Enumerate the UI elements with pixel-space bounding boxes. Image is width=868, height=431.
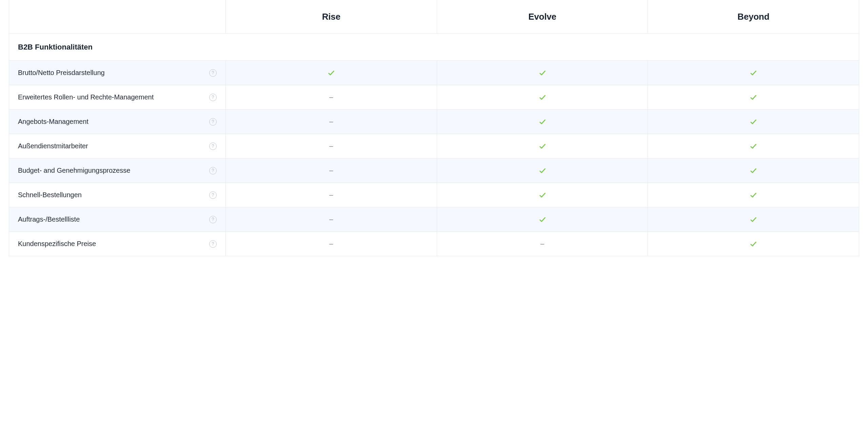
dash-icon: –	[540, 240, 544, 248]
plan-cell: –	[225, 183, 437, 207]
feature-cell: Kundenspezifische Preise?	[9, 232, 225, 256]
plan-cell: –	[225, 232, 437, 256]
help-icon[interactable]: ?	[209, 69, 217, 77]
check-icon	[539, 69, 546, 77]
help-icon[interactable]: ?	[209, 167, 217, 174]
plan-cell	[648, 134, 859, 158]
plan-cell: –	[225, 207, 437, 231]
plan-cell	[437, 61, 648, 85]
plan-cell	[437, 110, 648, 134]
plan-cell	[437, 158, 648, 183]
plan-cell	[648, 158, 859, 183]
plan-cell	[437, 207, 648, 231]
table-row: Außendienstmitarbeiter?–	[9, 134, 859, 158]
check-icon	[750, 240, 757, 248]
check-icon	[539, 118, 546, 126]
plan-cell: –	[225, 110, 437, 134]
plan-cell	[648, 232, 859, 256]
feature-label: Schnell-Bestellungen	[18, 191, 82, 199]
feature-cell: Auftrags-/Bestellliste?	[9, 207, 225, 231]
help-icon[interactable]: ?	[209, 118, 217, 126]
plan-header-beyond: Beyond	[648, 0, 859, 33]
check-icon	[750, 143, 757, 150]
feature-comparison-table: Rise Evolve Beyond B2B Funktionalitäten …	[9, 0, 859, 256]
plan-cell: –	[225, 134, 437, 158]
plan-cell	[437, 134, 648, 158]
feature-cell: Erweitertes Rollen- und Rechte-Managemen…	[9, 85, 225, 109]
dash-icon: –	[329, 191, 333, 199]
plan-cell: –	[225, 85, 437, 109]
plan-cell	[648, 183, 859, 207]
check-icon	[750, 69, 757, 77]
feature-label: Brutto/Netto Preisdarstellung	[18, 69, 105, 77]
feature-cell: Außendienstmitarbeiter?	[9, 134, 225, 158]
section-title: B2B Funktionalitäten	[18, 43, 93, 52]
plan-cell	[648, 207, 859, 231]
plan-cell	[437, 85, 648, 109]
table-row: Budget- and Genehmigungsprozesse?–	[9, 158, 859, 183]
help-icon[interactable]: ?	[209, 191, 217, 199]
plan-cell: –	[437, 232, 648, 256]
feature-label: Angebots-Management	[18, 118, 88, 126]
help-icon[interactable]: ?	[209, 216, 217, 223]
feature-cell: Budget- and Genehmigungsprozesse?	[9, 158, 225, 183]
plan-cell	[648, 85, 859, 109]
feature-label: Budget- and Genehmigungsprozesse	[18, 167, 130, 174]
plan-cell	[648, 110, 859, 134]
dash-icon: –	[329, 142, 333, 150]
feature-label: Außendienstmitarbeiter	[18, 142, 88, 150]
plan-header-rise: Rise	[225, 0, 437, 33]
check-icon	[539, 143, 546, 150]
help-icon[interactable]: ?	[209, 94, 217, 101]
feature-label: Auftrags-/Bestellliste	[18, 215, 80, 223]
table-row: Erweitertes Rollen- und Rechte-Managemen…	[9, 85, 859, 109]
check-icon	[750, 216, 757, 223]
section-row: B2B Funktionalitäten	[9, 33, 859, 60]
dash-icon: –	[329, 167, 333, 174]
check-icon	[750, 118, 757, 126]
plan-cell	[225, 61, 437, 85]
check-icon	[539, 191, 546, 199]
dash-icon: –	[329, 93, 333, 101]
plan-cell: –	[225, 158, 437, 183]
check-icon	[328, 69, 335, 77]
table-row: Brutto/Netto Preisdarstellung?	[9, 60, 859, 85]
check-icon	[539, 167, 546, 174]
dash-icon: –	[329, 215, 333, 223]
header-feature-cell	[9, 0, 225, 33]
table-row: Schnell-Bestellungen?–	[9, 183, 859, 207]
table-header-row: Rise Evolve Beyond	[9, 0, 859, 33]
dash-icon: –	[329, 118, 333, 126]
check-icon	[539, 94, 546, 101]
plan-cell	[648, 61, 859, 85]
feature-label: Kundenspezifische Preise	[18, 240, 96, 248]
section-title-cell: B2B Funktionalitäten	[9, 34, 859, 60]
check-icon	[750, 167, 757, 174]
help-icon[interactable]: ?	[209, 143, 217, 150]
dash-icon: –	[329, 240, 333, 248]
plan-cell	[437, 183, 648, 207]
feature-cell: Angebots-Management?	[9, 110, 225, 134]
plan-header-evolve: Evolve	[437, 0, 648, 33]
check-icon	[750, 191, 757, 199]
table-row: Auftrags-/Bestellliste?–	[9, 207, 859, 231]
check-icon	[539, 216, 546, 223]
feature-label: Erweitertes Rollen- und Rechte-Managemen…	[18, 93, 154, 101]
help-icon[interactable]: ?	[209, 240, 217, 248]
feature-cell: Schnell-Bestellungen?	[9, 183, 225, 207]
table-row: Kundenspezifische Preise?––	[9, 231, 859, 256]
check-icon	[750, 94, 757, 101]
feature-cell: Brutto/Netto Preisdarstellung?	[9, 61, 225, 85]
table-row: Angebots-Management?–	[9, 109, 859, 134]
